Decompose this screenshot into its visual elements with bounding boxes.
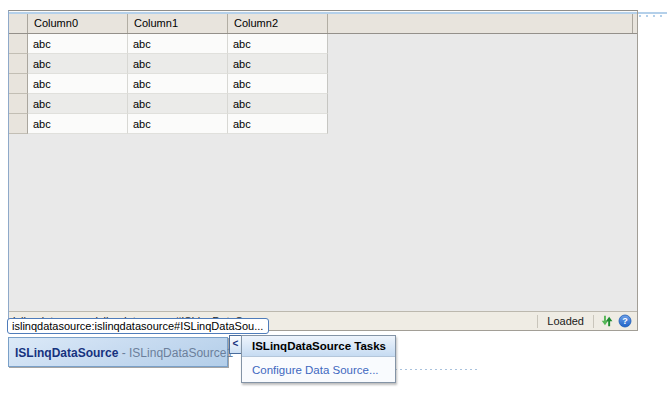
column-header: Column2 bbox=[228, 11, 328, 33]
grid-cell: abc bbox=[228, 74, 328, 94]
datasource-type-label: ISLinqDataSource bbox=[15, 346, 118, 360]
grid-cell: abc bbox=[228, 94, 328, 114]
smart-tag-panel-title: ISLinqDataSource Tasks bbox=[242, 336, 395, 357]
designer-surface: Column0Column1Column2 abcabcabcabcabcabc… bbox=[0, 0, 667, 401]
table-row: abcabcabc bbox=[9, 74, 328, 94]
table-row: abcabcabc bbox=[9, 54, 328, 74]
svg-text:?: ? bbox=[622, 316, 628, 326]
grid-cell: abc bbox=[228, 34, 328, 54]
grid-cell: abc bbox=[128, 74, 228, 94]
grid-cell: abc bbox=[228, 114, 328, 134]
table-row: abcabcabc bbox=[9, 34, 328, 54]
row-header bbox=[9, 34, 28, 54]
grid-cell: abc bbox=[128, 114, 228, 134]
datasource-binding-tooltip: islinqdatasource:islinqdatasource#ISLinq… bbox=[7, 318, 269, 334]
grid-preview[interactable]: Column0Column1Column2 abcabcabcabcabcabc… bbox=[8, 10, 638, 331]
grid-cell: abc bbox=[28, 34, 128, 54]
column-header: Column1 bbox=[128, 11, 228, 33]
refresh-icon[interactable] bbox=[600, 314, 614, 328]
selection-adorner-line bbox=[638, 12, 667, 14]
row-header bbox=[9, 74, 28, 94]
status-loaded-label: Loaded bbox=[538, 315, 593, 327]
grid-cell: abc bbox=[28, 74, 128, 94]
table-row: abcabcabc bbox=[9, 114, 328, 134]
smart-tag-panel: ISLinqDataSource Tasks Configure Data So… bbox=[241, 335, 396, 383]
grid-cell: abc bbox=[128, 94, 228, 114]
row-header-corner bbox=[9, 11, 28, 33]
selection-adorner-dashes bbox=[639, 15, 667, 17]
datasource-separator: - bbox=[118, 346, 129, 360]
smart-tag-panel-body: Configure Data Source... bbox=[242, 357, 395, 382]
grid-cell: abc bbox=[128, 34, 228, 54]
grid-cell: abc bbox=[128, 54, 228, 74]
help-icon[interactable]: ? bbox=[618, 314, 632, 328]
grid-cell: abc bbox=[228, 54, 328, 74]
row-header bbox=[9, 114, 28, 134]
header-accent-line bbox=[9, 12, 637, 14]
configure-data-source-link[interactable]: Configure Data Source... bbox=[252, 364, 379, 376]
datasource-control[interactable]: ISLinqDataSource - ISLinqDataSource1 bbox=[8, 337, 228, 367]
grid-cell: abc bbox=[28, 94, 128, 114]
table-row: abcabcabc bbox=[9, 94, 328, 114]
row-header bbox=[9, 54, 28, 74]
grid-cell: abc bbox=[28, 114, 128, 134]
column-header: Column0 bbox=[28, 11, 128, 33]
status-separator bbox=[593, 315, 594, 328]
grid-cell: abc bbox=[28, 54, 128, 74]
grid-body: abcabcabcabcabcabcabcabcabcabcabcabcabca… bbox=[9, 34, 328, 134]
datasource-instance-label: ISLinqDataSource1 bbox=[129, 346, 233, 360]
chevron-left-icon: < bbox=[233, 338, 239, 349]
row-header bbox=[9, 94, 28, 114]
header-filler bbox=[328, 11, 633, 33]
grid-header-row: Column0Column1Column2 bbox=[9, 11, 637, 34]
